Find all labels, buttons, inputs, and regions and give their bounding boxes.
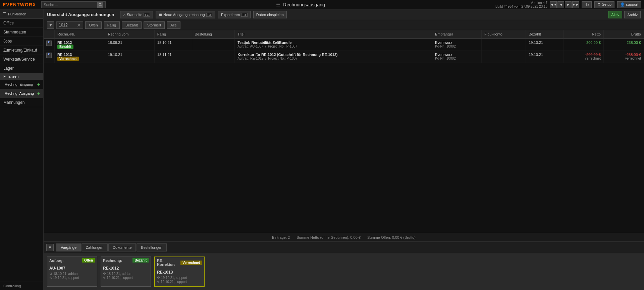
- eintraege-count: Einträge: 2: [272, 235, 290, 239]
- table-area: Rechn.-Nr. Rechng vom Fällig Bestellung …: [44, 30, 644, 233]
- support-button[interactable]: 👤 support: [617, 1, 641, 8]
- col-netto[interactable]: Netto: [563, 30, 603, 39]
- main-toolbar: Übersicht Ausgangsrechnungen ⌂ Startseit…: [44, 9, 644, 20]
- status-alle-button[interactable]: Alle: [167, 21, 180, 29]
- edit-icon: ✎: [157, 280, 160, 284]
- status-faellig-button[interactable]: Fällig: [104, 21, 120, 29]
- status-storniert-button[interactable]: Storniert: [144, 21, 165, 29]
- col-rechng-vom[interactable]: Rechng vom: [105, 30, 154, 39]
- row1-checkbox-cell[interactable]: [44, 39, 55, 51]
- col-fibu-konto[interactable]: Fibu-Konto: [482, 30, 526, 39]
- card-auftrag-badge: Offen: [82, 258, 95, 263]
- card-rechnung-badge: Bezahlt: [132, 258, 149, 263]
- nav-last[interactable]: ►►: [572, 1, 579, 8]
- startseite-button[interactable]: ⌂ Startseite F1: [120, 11, 153, 18]
- sidebar-item-jobs[interactable]: Jobs: [0, 37, 43, 46]
- card-rechnung-meta2: ✎ 19.10.21, support: [103, 276, 149, 280]
- sidebar-item-office[interactable]: Office: [0, 19, 43, 28]
- row2-badge: Verrechnet: [57, 57, 79, 61]
- table-row: RE-1012 Bezahlt 18.09.21 18.10.21 Testjo…: [44, 39, 644, 51]
- sidebar-item-rechng-ausgang[interactable]: Rechng. Ausgang +: [0, 89, 43, 98]
- card-rechnung[interactable]: Rechnung: Bezahlt RE-1012 ⚙ 18.10.21, ad…: [101, 257, 151, 287]
- setup-button[interactable]: ⚙ Setup: [594, 1, 614, 8]
- card-rekorrektur-id: RE-1013: [157, 270, 202, 275]
- search-input[interactable]: [44, 3, 97, 7]
- card-rekorrektur-badge: Verrechnet: [180, 261, 202, 265]
- collapse-button[interactable]: ▼: [46, 244, 54, 251]
- filter-clear-button[interactable]: ✕: [77, 22, 81, 28]
- sidebar-item-stammdaten[interactable]: Stammdaten: [0, 28, 43, 37]
- row1-titel: Testjob Rentabilität ZeltBundle Auftrag:…: [235, 39, 432, 51]
- row1-faellig: 18.10.21: [154, 39, 192, 51]
- card-re-korrektur[interactable]: RE-Korrektur: Verrechnet RE-1013 ⚙ 19.10…: [154, 257, 205, 287]
- col-brutto[interactable]: Brutto: [603, 30, 644, 39]
- add-rechng-ausgang-icon[interactable]: +: [37, 91, 40, 96]
- nav-prev[interactable]: ◄: [557, 1, 564, 8]
- svg-line-1: [101, 5, 102, 6]
- sidebar-section-finanzen: Finanzen: [0, 73, 43, 80]
- row1-bestellung: [192, 39, 235, 51]
- card-rechnung-meta1: ⚙ 18.10.21, adrian: [103, 272, 149, 276]
- sidebar-header: ☰ Funktionen: [0, 9, 43, 19]
- card-rekorrektur-meta1: ⚙ 19.10.21, support: [157, 276, 202, 280]
- sidebar-item-rechng-eingang[interactable]: Rechng. Eingang +: [0, 80, 43, 89]
- page-title: Rechnungsausgang: [283, 2, 325, 7]
- sidebar-item-lager[interactable]: Lager: [0, 64, 43, 73]
- daten-einspielen-button[interactable]: Daten einspielen: [253, 11, 287, 18]
- page-title-bar: ☰ Rechnungsausgang: [106, 2, 495, 7]
- tab-zahlungen[interactable]: Zahlungen: [82, 243, 108, 251]
- sidebar-item-zumietung[interactable]: Zumietung/Einkauf: [0, 46, 43, 55]
- col-bezahlt[interactable]: Bezahlt: [526, 30, 564, 39]
- card-auftrag[interactable]: Auftrag: Offen AU-1007 ⚙ 18.10.21, adria…: [47, 257, 97, 287]
- toolbar-right: Aktiv Archiv: [608, 11, 641, 18]
- row2-checkbox-cell[interactable]: [44, 51, 55, 63]
- row1-brutto: 238,00 €: [603, 39, 644, 51]
- edit-icon: ✎: [103, 276, 106, 280]
- tab-vorgaenge[interactable]: Vorgänge: [56, 243, 81, 251]
- svg-point-0: [99, 3, 101, 5]
- main-content: Übersicht Ausgangsrechnungen ⌂ Startseit…: [44, 9, 644, 290]
- top-right-info: Version 4.7 Build #4964 vom 27.09.2021 2…: [495, 1, 641, 8]
- overview-title: Übersicht Ausgangsrechnungen: [47, 12, 114, 17]
- summe-offen: Summe Offen: 0,00 € (Brutto): [367, 235, 416, 239]
- row2-brutto: -238,00 € verrechnet: [603, 51, 644, 63]
- filter-icon[interactable]: ▼: [47, 21, 54, 29]
- sidebar-item-werkstatt[interactable]: Werkstatt/Service: [0, 55, 43, 64]
- exportieren-button[interactable]: Exportieren F3: [218, 11, 251, 18]
- summe-netto: Summe Netto (ohne Gebühren): 0,00 €: [297, 235, 361, 239]
- row1-empfaenger: Eventworx Kd-Nr.: 10002: [432, 39, 482, 51]
- row2-rechng-vom: 19.10.21: [105, 51, 154, 63]
- row1-bezahlt: 19.10.21: [526, 39, 564, 51]
- status-offen-button[interactable]: Offen: [85, 21, 102, 29]
- bottom-cards-area: Auftrag: Offen AU-1007 ⚙ 18.10.21, adria…: [44, 253, 644, 290]
- row1-checkbox[interactable]: [46, 41, 52, 46]
- sidebar-item-mahnungen[interactable]: Mahnungen: [0, 98, 43, 107]
- col-bestellung[interactable]: Bestellung: [192, 30, 235, 39]
- status-bezahlt-button[interactable]: Bezahlt: [122, 21, 142, 29]
- card-rechnung-header: Rechnung: Bezahlt: [101, 257, 151, 264]
- neue-ausgangsrechnung-button[interactable]: ☰ Neue Ausgangsrechnung F2: [156, 11, 215, 18]
- row2-checkbox[interactable]: [46, 53, 52, 58]
- bottom-tabs: ▼ Vorgänge Zahlungen Dokumente Bestellun…: [44, 242, 644, 253]
- card-rekorrektur-meta2: ✎ 19.10.21, support: [157, 280, 202, 284]
- tab-bestellungen[interactable]: Bestellungen: [137, 243, 167, 251]
- app-logo: EVENTWORX: [3, 2, 36, 7]
- col-empfaenger[interactable]: Empfänger: [432, 30, 482, 39]
- col-rechn-nr[interactable]: Rechn.-Nr.: [55, 30, 105, 39]
- table-row: RE-1013 Verrechnet 19.10.21 18.11.21 Kor…: [44, 51, 644, 63]
- nav-next[interactable]: ►: [565, 1, 572, 8]
- nav-first[interactable]: ◄◄: [550, 1, 557, 8]
- col-faellig[interactable]: Fällig: [154, 30, 192, 39]
- row2-rechn-nr: RE-1013 Verrechnet: [55, 51, 105, 63]
- tab-dokumente[interactable]: Dokumente: [108, 243, 136, 251]
- col-checkbox: [44, 30, 55, 39]
- add-rechng-eingang-icon[interactable]: +: [37, 82, 40, 87]
- row1-rechng-vom: 18.09.21: [105, 39, 154, 51]
- search-button[interactable]: [97, 2, 103, 8]
- aktiv-button[interactable]: Aktiv: [608, 11, 623, 18]
- archiv-button[interactable]: Archiv: [624, 11, 641, 18]
- col-titel[interactable]: Titel: [235, 30, 432, 39]
- search-box[interactable]: [41, 1, 106, 8]
- sidebar-bottom-controlling[interactable]: Controlling: [0, 282, 43, 290]
- lang-button[interactable]: de: [582, 1, 592, 8]
